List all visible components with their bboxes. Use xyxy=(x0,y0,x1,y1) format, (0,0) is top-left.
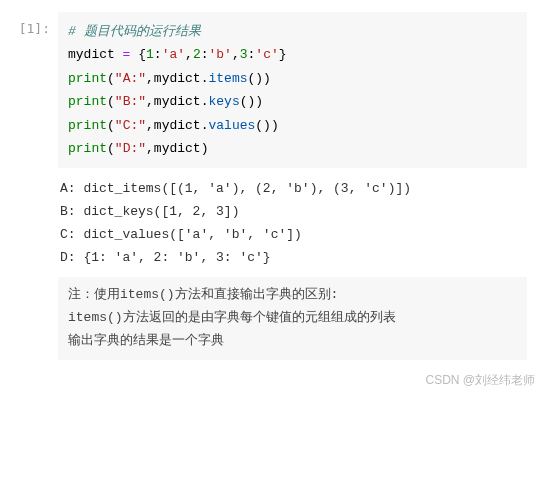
tok: , xyxy=(232,47,240,62)
tok: "A:" xyxy=(115,71,146,86)
tok: ) xyxy=(271,118,279,133)
code-input: # 题目代码的运行结果 mydict = {1:'a',2:'b',3:'c'}… xyxy=(58,12,527,168)
code-comment: # 题目代码的运行结果 xyxy=(68,24,201,39)
tok: () xyxy=(248,71,264,86)
output-line: B: dict_keys([1, 2, 3]) xyxy=(60,204,239,219)
note-line: 注：使用items()方法和直接输出字典的区别: xyxy=(68,284,517,307)
tok: keys xyxy=(208,94,239,109)
tok: mydict xyxy=(68,47,115,62)
tok: , xyxy=(146,141,154,156)
note-line: 输出字典的结果是一个字典 xyxy=(68,330,517,353)
tok: items xyxy=(208,71,247,86)
tok: ( xyxy=(107,71,115,86)
tok: () xyxy=(240,94,256,109)
tok: , xyxy=(185,47,193,62)
tok: ( xyxy=(107,118,115,133)
tok: mydict xyxy=(154,141,201,156)
tok: ) xyxy=(201,141,209,156)
tok: mydict xyxy=(154,118,201,133)
tok: values xyxy=(208,118,255,133)
tok: mydict xyxy=(154,94,201,109)
tok: mydict xyxy=(154,71,201,86)
tok: print xyxy=(68,94,107,109)
tok: 2 xyxy=(193,47,201,62)
tok: "C:" xyxy=(115,118,146,133)
tok: 1 xyxy=(146,47,154,62)
tok: ) xyxy=(255,94,263,109)
tok: 'b' xyxy=(209,47,232,62)
tok: , xyxy=(146,71,154,86)
tok: ( xyxy=(107,141,115,156)
tok: ( xyxy=(107,94,115,109)
code-output: A: dict_items([(1, 'a'), (2, 'b'), (3, '… xyxy=(58,168,527,277)
tok: "B:" xyxy=(115,94,146,109)
output-line: C: dict_values(['a', 'b', 'c']) xyxy=(60,227,302,242)
note-line: items()方法返回的是由字典每个键值的元组组成的列表 xyxy=(68,307,517,330)
tok: { xyxy=(138,47,146,62)
tok: } xyxy=(279,47,287,62)
note-box: 注：使用items()方法和直接输出字典的区别: items()方法返回的是由字… xyxy=(58,277,527,359)
cell-content: # 题目代码的运行结果 mydict = {1:'a',2:'b',3:'c'}… xyxy=(58,12,541,366)
tok: print xyxy=(68,71,107,86)
tok: print xyxy=(68,118,107,133)
output-line: D: {1: 'a', 2: 'b', 3: 'c'} xyxy=(60,250,271,265)
watermark: CSDN @刘经纬老师 xyxy=(0,366,549,397)
output-line: A: dict_items([(1, 'a'), (2, 'b'), (3, '… xyxy=(60,181,411,196)
tok: , xyxy=(146,94,154,109)
tok: () xyxy=(255,118,271,133)
tok: print xyxy=(68,141,107,156)
tok: 'c' xyxy=(255,47,278,62)
tok: : xyxy=(154,47,162,62)
notebook-cell: [1]: # 题目代码的运行结果 mydict = {1:'a',2:'b',3… xyxy=(0,0,549,366)
tok: ) xyxy=(263,71,271,86)
tok: 'a' xyxy=(162,47,185,62)
tok: "D:" xyxy=(115,141,146,156)
tok: 3 xyxy=(240,47,248,62)
tok: = xyxy=(115,47,138,62)
tok: : xyxy=(201,47,209,62)
cell-prompt: [1]: xyxy=(0,12,58,366)
tok: , xyxy=(146,118,154,133)
